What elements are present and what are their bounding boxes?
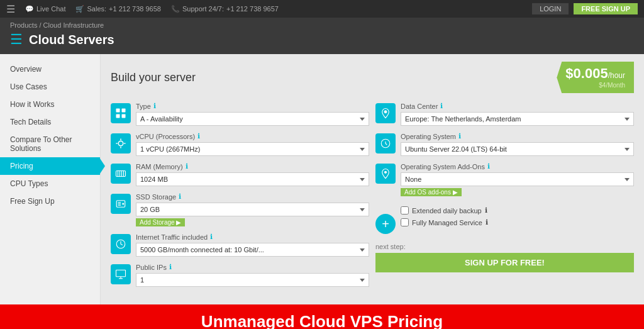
datacenter-field: Data Center ℹ Europe: The Netherlands, A… — [401, 102, 634, 126]
breadcrumb-products[interactable]: Products — [10, 21, 37, 29]
svg-rect-5 — [116, 171, 126, 177]
vcpu-label: vCPU (Processors) ℹ — [136, 132, 369, 140]
header-bar: Products / Cloud Infrastructure ☰ Cloud … — [0, 18, 644, 54]
vcpu-select[interactable]: 1 vCPU (2667MHz) — [136, 142, 369, 156]
ips-select[interactable]: 1 — [136, 273, 369, 287]
datacenter-info-icon[interactable]: ℹ — [440, 102, 443, 110]
page-title-row: ☰ Cloud Servers — [10, 31, 634, 48]
support-label: Support 24/7: — [182, 5, 224, 13]
svg-rect-3 — [122, 114, 126, 118]
sales-label: Sales: — [87, 5, 106, 13]
sales-phone[interactable]: +1 212 738 9658 — [109, 5, 161, 13]
sidebar-item-overview[interactable]: Overview — [0, 60, 100, 78]
ssd-info-icon[interactable]: ℹ — [179, 192, 181, 201]
free-signup-topbar-button[interactable]: FREE SIGN UP — [574, 3, 638, 14]
os-addons-info-icon[interactable]: ℹ — [487, 162, 490, 170]
type-info-icon[interactable]: ℹ — [153, 102, 156, 110]
os-addons-icon — [375, 164, 396, 184]
ssd-label: SSD Storage ℹ — [136, 192, 369, 201]
managed-checkbox[interactable] — [401, 218, 409, 226]
sidebar-item-use-cases[interactable]: Use Cases — [0, 78, 100, 96]
ips-info-icon[interactable]: ℹ — [169, 263, 172, 271]
ssd-field: SSD Storage ℹ 20 GB Add Storage ▶ — [136, 192, 369, 226]
sales-item: 🛒 Sales: +1 212 738 9658 — [75, 5, 160, 13]
traffic-select[interactable]: 5000 GB/month connected at: 10 Gbit/... — [136, 243, 369, 257]
sidebar-item-cpu-types[interactable]: CPU Types — [0, 175, 100, 192]
vcpu-info-icon[interactable]: ℹ — [197, 132, 200, 140]
svg-rect-16 — [116, 270, 126, 277]
sidebar-item-free-signup[interactable]: Free Sign Up — [0, 192, 100, 210]
type-select[interactable]: A - Availability — [136, 112, 369, 126]
ips-row: Public IPs ℹ 1 — [111, 263, 369, 287]
svg-rect-1 — [122, 109, 126, 113]
live-chat-item[interactable]: 💬 Live Chat — [25, 5, 65, 13]
os-addons-select[interactable]: None — [401, 172, 634, 186]
backup-label: Extended daily backup — [412, 207, 482, 215]
ssd-icon — [111, 194, 131, 214]
type-row: Type ℹ A - Availability — [111, 102, 369, 126]
svg-point-4 — [118, 142, 123, 147]
managed-check[interactable]: Fully Managed Service ℹ — [401, 218, 488, 226]
traffic-label: Internet Traffic included ℹ — [136, 233, 369, 241]
os-add-link[interactable]: Add OS add-ons ▶ — [401, 188, 462, 196]
sidebar-item-tech-details[interactable]: Tech Details — [0, 113, 100, 131]
sidebar-item-compare[interactable]: Compare To Other Solutions — [0, 131, 100, 157]
os-select[interactable]: Ubuntu Server 22.04 (LTS) 64-bit — [401, 142, 634, 156]
top-bar: ☰ 💬 Live Chat 🛒 Sales: +1 212 738 9658 📞… — [0, 0, 644, 18]
phone-icon: 📞 — [171, 5, 180, 13]
backup-check[interactable]: Extended daily backup ℹ — [401, 206, 488, 215]
support-item: 📞 Support 24/7: +1 212 738 9657 — [171, 5, 279, 13]
cart-icon: 🛒 — [75, 5, 84, 13]
price-unit: /hour — [608, 71, 625, 80]
sidebar-item-how-it-works[interactable]: How it Works — [0, 96, 100, 113]
traffic-row: Internet Traffic included ℹ 5000 GB/mont… — [111, 233, 369, 257]
support-phone[interactable]: +1 212 738 9657 — [226, 5, 279, 13]
ssd-select[interactable]: 20 GB — [136, 203, 369, 216]
login-button[interactable]: LOGIN — [532, 3, 569, 14]
ssd-row: SSD Storage ℹ 20 GB Add Storage ▶ — [111, 192, 369, 226]
price-badge: $0.005/hour $4/Month — [557, 62, 634, 93]
price-monthly: $4/Month — [565, 82, 625, 89]
signup-free-button[interactable]: SIGN UP FOR FREE! — [375, 253, 634, 272]
datacenter-select[interactable]: Europe: The Netherlands, Amsterdam — [401, 112, 634, 126]
ssd-add-link[interactable]: Add Storage ▶ — [136, 218, 185, 226]
os-row: Operating System ℹ Ubuntu Server 22.04 (… — [375, 132, 634, 156]
builder-header: Build your server $0.005/hour $4/Month — [111, 62, 634, 93]
type-icon — [111, 103, 131, 123]
ips-icon — [111, 264, 131, 284]
next-step-label: next step: — [375, 243, 634, 250]
ram-label: RAM (Memory) ℹ — [136, 162, 369, 170]
vcpu-row: vCPU (Processors) ℹ 1 vCPU (2667MHz) — [111, 132, 369, 156]
ram-row: RAM (Memory) ℹ 1024 MB — [111, 162, 369, 186]
vcpu-icon — [111, 133, 131, 153]
os-icon — [375, 133, 396, 153]
sidebar: Overview Use Cases How it Works Tech Det… — [0, 54, 101, 304]
backup-checkbox[interactable] — [401, 206, 409, 215]
addons-checkboxes: Extended daily backup ℹ Fully Managed Se… — [401, 206, 488, 226]
os-addons-label: Operating System Add-Ons ℹ — [401, 162, 634, 170]
traffic-info-icon[interactable]: ℹ — [210, 233, 213, 241]
backup-info-icon[interactable]: ℹ — [485, 206, 487, 215]
vcpu-field: vCPU (Processors) ℹ 1 vCPU (2667MHz) — [136, 132, 369, 156]
datacenter-icon — [375, 103, 396, 123]
svg-rect-2 — [116, 114, 120, 118]
managed-label: Fully Managed Service — [412, 219, 482, 226]
config-grid: Type ℹ A - Availability — [111, 102, 634, 287]
plus-icon[interactable]: + — [375, 214, 396, 234]
svg-point-11 — [122, 203, 124, 205]
cloud-servers-icon: ☰ — [10, 31, 23, 48]
os-field: Operating System ℹ Ubuntu Server 22.04 (… — [401, 132, 634, 156]
os-info-icon[interactable]: ℹ — [458, 132, 461, 140]
ram-info-icon[interactable]: ℹ — [186, 162, 188, 170]
banner-text: Unmanaged Cloud VPS Pricing — [201, 312, 443, 329]
ram-field: RAM (Memory) ℹ 1024 MB — [136, 162, 369, 186]
os-label: Operating System ℹ — [401, 132, 634, 140]
type-label: Type ℹ — [136, 102, 369, 110]
managed-info-icon[interactable]: ℹ — [486, 218, 488, 226]
bottom-banner: Unmanaged Cloud VPS Pricing — [0, 304, 644, 329]
ram-select[interactable]: 1024 MB — [136, 172, 369, 186]
hamburger-icon[interactable]: ☰ — [6, 3, 15, 15]
sidebar-item-pricing[interactable]: Pricing — [0, 157, 100, 175]
traffic-field: Internet Traffic included ℹ 5000 GB/mont… — [136, 233, 369, 257]
breadcrumb-cloud[interactable]: Cloud Infrastructure — [43, 21, 104, 29]
